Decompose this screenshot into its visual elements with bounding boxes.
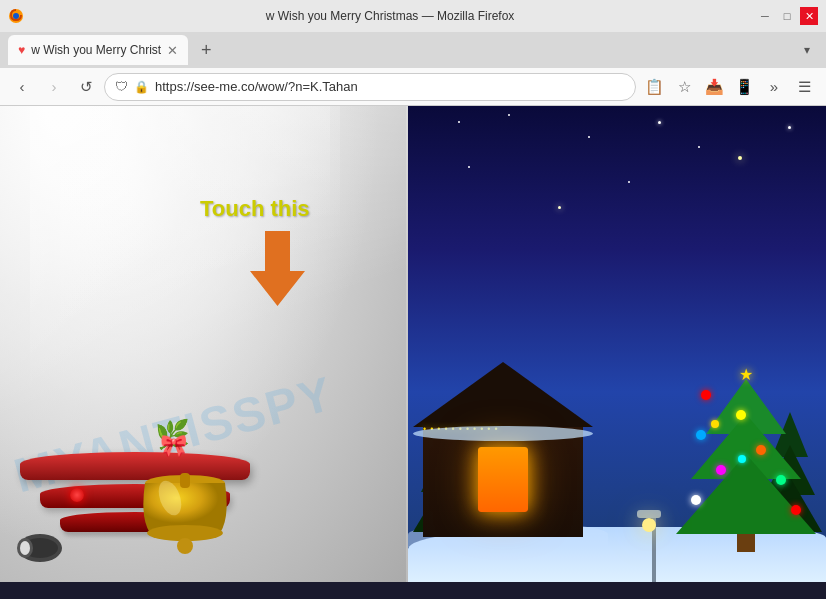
ornament-cyan (738, 455, 746, 463)
star-9 (558, 206, 561, 209)
menu-button[interactable]: ☰ (790, 73, 818, 101)
minimize-button[interactable]: ─ (756, 7, 774, 25)
house-roof (413, 362, 593, 427)
browser-chrome: w Wish you Merry Christmas — Mozilla Fir… (0, 0, 826, 106)
tab-close-button[interactable]: ✕ (167, 43, 178, 58)
ornament-green (776, 475, 786, 485)
ornament-purple (716, 465, 726, 475)
synced-tabs-button[interactable]: 📱 (730, 73, 758, 101)
star-4 (738, 156, 742, 160)
tree-star: ★ (676, 365, 816, 384)
tab-heart-icon: ♥ (18, 43, 25, 57)
tabs-dropdown-button[interactable]: ▾ (796, 39, 818, 61)
house-body: ••••••••••• (423, 427, 583, 537)
overflow-button[interactable]: » (760, 73, 788, 101)
star-1 (658, 121, 661, 124)
svg-rect-6 (180, 473, 190, 488)
panel-divider (406, 106, 408, 582)
star-2 (508, 114, 510, 116)
active-tab[interactable]: ♥ w Wish you Merry Christ ✕ (8, 35, 188, 65)
navigation-bar: ‹ › ↺ 🛡 🔒 https://see-me.co/wow/?n=K.Tah… (0, 68, 826, 106)
window-controls: ─ □ ✕ (756, 7, 818, 25)
page-content[interactable]: MYANTISSPY Touch this 🌿 🎀 (0, 106, 826, 582)
street-lamp (647, 510, 661, 532)
bookmark-star-button[interactable]: ☆ (670, 73, 698, 101)
christmas-tree: ★ (676, 365, 816, 552)
pocket-button[interactable]: 📥 (700, 73, 728, 101)
star-6 (788, 126, 791, 129)
maximize-button[interactable]: □ (778, 7, 796, 25)
star-10 (458, 121, 460, 123)
snow-on-roof (413, 426, 593, 441)
tree-trunk (737, 534, 755, 552)
flashlight (15, 528, 75, 567)
svg-point-5 (177, 538, 193, 554)
right-panel: ••••••••••• ★ (408, 106, 826, 582)
star-7 (628, 181, 630, 183)
star-3 (588, 136, 590, 138)
tab-label: w Wish you Merry Christ (31, 43, 161, 57)
lock-icon: 🔒 (134, 80, 149, 94)
forward-button[interactable]: › (40, 73, 68, 101)
house-window (478, 447, 528, 512)
christmas-house: ••••••••••• (423, 362, 603, 537)
svg-marker-2 (250, 231, 305, 306)
bookmark-list-button[interactable]: 📋 (640, 73, 668, 101)
lamp-light (642, 518, 656, 532)
new-tab-button[interactable]: + (192, 36, 220, 64)
window-title: w Wish you Merry Christmas — Mozilla Fir… (32, 9, 748, 23)
stair-light (70, 488, 84, 502)
star-8 (698, 146, 700, 148)
ornament-red-2 (791, 505, 801, 515)
ornament-orange (756, 445, 766, 455)
nav-tools: 📋 ☆ 📥 📱 » ☰ (640, 73, 818, 101)
title-bar: w Wish you Merry Christmas — Mozilla Fir… (0, 0, 826, 32)
touch-this-text: Touch this (200, 196, 310, 222)
url-text: https://see-me.co/wow/?n=K.Tahan (155, 79, 625, 94)
shield-icon: 🛡 (115, 79, 128, 94)
svg-point-1 (13, 13, 19, 19)
bow-icon: 🎀 (160, 433, 187, 459)
tree-layer-3 (676, 454, 816, 534)
left-panel: MYANTISSPY Touch this 🌿 🎀 (0, 106, 408, 582)
address-bar[interactable]: 🛡 🔒 https://see-me.co/wow/?n=K.Tahan (104, 73, 636, 101)
close-button[interactable]: ✕ (800, 7, 818, 25)
ornament-blue (696, 430, 706, 440)
ornament-white (691, 495, 701, 505)
back-button[interactable]: ‹ (8, 73, 36, 101)
star-5 (468, 166, 470, 168)
ornament-red (701, 390, 711, 400)
christmas-bell: 🌿 🎀 (130, 438, 240, 562)
down-arrow-icon (250, 231, 305, 316)
ornament-yellow (736, 410, 746, 420)
tab-bar: ♥ w Wish you Merry Christ ✕ + ▾ (0, 32, 826, 68)
reload-button[interactable]: ↺ (72, 73, 100, 101)
lamp-arm (637, 510, 661, 518)
svg-point-11 (20, 541, 30, 555)
firefox-icon (8, 8, 24, 24)
ornament-yellow-2 (711, 420, 719, 428)
